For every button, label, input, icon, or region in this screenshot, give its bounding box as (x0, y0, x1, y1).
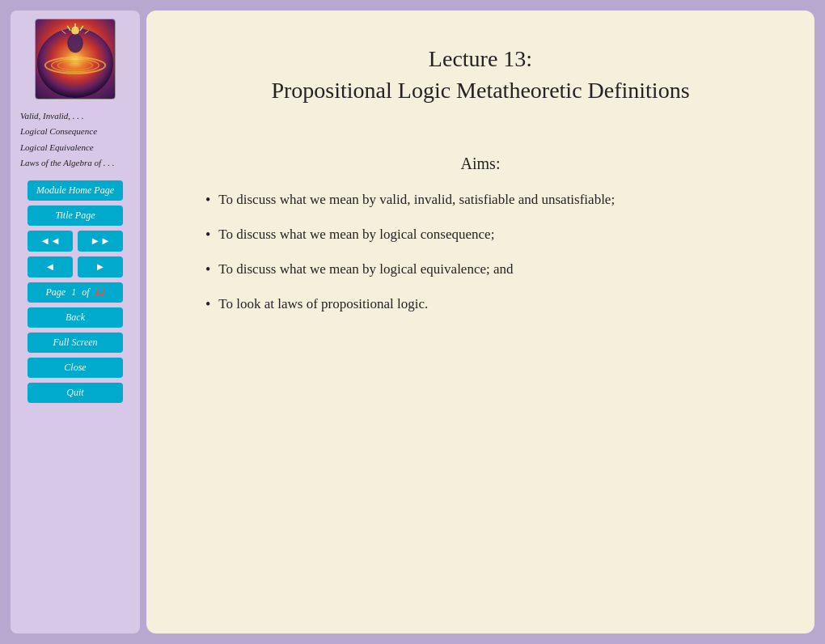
aims-item-1-text: To discuss what we mean by valid, invali… (218, 189, 615, 210)
nav-link-valid[interactable]: Valid, Invalid, . . . (17, 109, 133, 123)
logo-image (35, 19, 116, 100)
svg-point-12 (71, 27, 79, 35)
aims-item-4-text: To look at laws of propositional logic. (218, 294, 428, 315)
main-content: Lecture 13: Propositional Logic Metatheo… (146, 11, 814, 633)
aims-list: • To discuss what we mean by valid, inva… (205, 189, 755, 316)
nav-link-consequence[interactable]: Logical Consequence (17, 125, 133, 138)
quit-button[interactable]: Quit (28, 383, 123, 403)
bullet-1: • (205, 189, 210, 211)
sidebar: Valid, Invalid, . . . Logical Consequenc… (11, 11, 140, 633)
single-nav-row: ◄ ► (28, 256, 123, 278)
aims-section: Aims: • To discuss what we mean by valid… (205, 155, 755, 328)
aims-item-2: • To discuss what we mean by logical con… (205, 224, 755, 246)
back-button[interactable]: ◄ (28, 256, 73, 278)
forward-forward-button[interactable]: ►► (78, 231, 123, 252)
aims-item-3: • To discuss what we mean by logical equ… (205, 259, 755, 281)
bullet-4: • (205, 294, 210, 316)
aims-item-1: • To discuss what we mean by valid, inva… (205, 189, 755, 211)
nav-links: Valid, Invalid, . . . Logical Consequenc… (17, 109, 133, 171)
page-label: Page (46, 286, 66, 299)
logo-svg (36, 19, 115, 99)
lecture-title-line2: Propositional Logic Metatheoretic Defini… (271, 74, 689, 106)
back-back-button[interactable]: ◄◄ (28, 231, 73, 252)
page-indicator: Page 1 of 12 (28, 282, 123, 303)
forward-button[interactable]: ► (78, 256, 123, 278)
double-nav-row: ◄◄ ►► (28, 231, 123, 252)
page-current: 1 (71, 286, 76, 299)
bullet-3: • (205, 259, 210, 281)
full-screen-button[interactable]: Full Screen (28, 333, 123, 353)
page-total: 12 (95, 286, 105, 299)
close-button[interactable]: Close (28, 358, 123, 378)
outer-container: Valid, Invalid, . . . Logical Consequenc… (4, 4, 821, 640)
back-nav-button[interactable]: Back (28, 307, 123, 328)
lecture-title-line1: Lecture 13: (271, 43, 689, 74)
lecture-title: Lecture 13: Propositional Logic Metatheo… (271, 43, 689, 106)
aims-item-3-text: To discuss what we mean by logical equiv… (218, 259, 513, 280)
nav-link-laws[interactable]: Laws of the Algebra of . . . (17, 156, 133, 170)
svg-point-6 (69, 35, 82, 49)
bullet-2: • (205, 224, 210, 246)
title-page-button[interactable]: Title Page (28, 205, 123, 226)
nav-link-equivalence[interactable]: Logical Equivalence (17, 141, 133, 155)
aims-item-2-text: To discuss what we mean by logical conse… (218, 224, 494, 245)
page-of-label: of (82, 286, 89, 299)
module-home-button[interactable]: Module Home Page (28, 180, 123, 201)
aims-item-4: • To look at laws of propositional logic… (205, 294, 755, 316)
aims-heading: Aims: (205, 155, 755, 173)
